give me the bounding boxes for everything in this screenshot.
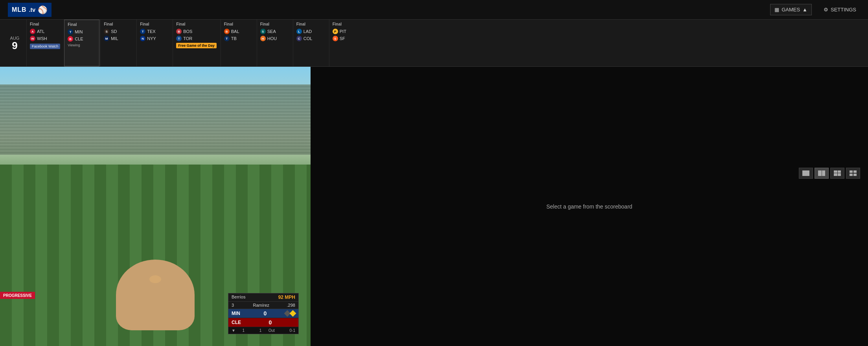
team-icon-atl: A (30, 29, 35, 34)
team-name-tex: TEX (147, 29, 169, 34)
team-row-mil: M MIL (104, 36, 132, 41)
game-sd-mil[interactable]: Final S SD M MIL (100, 20, 136, 66)
layout-quad-button[interactable] (830, 168, 844, 179)
stadium-seats (0, 84, 311, 155)
inning-arrow: ▼ (232, 328, 235, 333)
team-name-sd: SD (111, 29, 132, 34)
team-name-col: COL (303, 36, 325, 41)
game-status-min-cle: Final (68, 22, 96, 27)
team-name-bal: BAL (231, 29, 253, 34)
free-game-badge[interactable]: Free Game of the Day (176, 43, 217, 48)
settings-label: SETTINGS (831, 7, 856, 13)
games-arrow: ▲ (802, 7, 807, 13)
header-right: ▦ GAMES ▲ ⚙ SETTINGS (770, 4, 860, 15)
baseball-field: BLASTER CRAFTSMAN KeyBank O+ FirstEnergy… (0, 67, 311, 346)
game-atl-wsh[interactable]: Final A ATL W WSH Facebook Watch (26, 20, 63, 66)
team-icon-sf: S (333, 36, 338, 41)
team-icon-cle: B (68, 36, 73, 42)
scorebox: Berríos 92 MPH 3 Ramírez .298 MIN 0 (228, 293, 299, 334)
game-status-pit-sf: Final (333, 22, 361, 26)
logo-area: MLB .tv ⚾ (8, 3, 51, 17)
game-bal-tb[interactable]: Final B BAL T TB (221, 20, 256, 66)
game-status-sd-mil: Final (104, 22, 132, 26)
pitcher-mound (149, 275, 161, 283)
date-day: 9 (12, 40, 17, 51)
scorebox-teams: MIN 0 CLE 0 (228, 309, 298, 327)
team-icon-lad: L (296, 29, 302, 34)
outs-count: 1 (259, 328, 262, 333)
svg-rect-1 (853, 170, 857, 173)
team-icon-sea: S (260, 29, 266, 34)
right-panel: Select a game from the scoreboard (311, 67, 868, 346)
game-min-cle[interactable]: Final T MIN B CLE Viewing (64, 20, 99, 66)
batter-avg: .298 (287, 303, 295, 308)
out-label: Out (268, 328, 275, 333)
team-row-sf: S SF (333, 36, 361, 41)
settings-button[interactable]: ⚙ SETTINGS (820, 4, 860, 15)
infield-dirt (116, 260, 195, 330)
team-row-lad: L LAD (296, 29, 325, 34)
team-row-sd: S SD (104, 29, 132, 34)
svg-rect-2 (850, 174, 853, 176)
logo-text: MLB (12, 6, 27, 13)
svg-rect-3 (853, 174, 857, 176)
layout-single-button[interactable] (799, 168, 813, 179)
layout-half-button[interactable] (815, 168, 829, 179)
scorebox-pitcher-row: Berríos 92 MPH (228, 293, 298, 302)
gear-icon: ⚙ (824, 7, 828, 13)
team-row-bal: B BAL (224, 29, 253, 34)
team-icon-col: C (296, 36, 302, 41)
team-row-min: T MIN (68, 29, 96, 35)
team-icon-tex: T (140, 29, 145, 34)
pitcher-name: Berríos (232, 295, 245, 300)
team-name-min: MIN (75, 29, 96, 34)
batter-number: 3 (232, 303, 234, 308)
team-icon-pit: P (333, 29, 338, 34)
team-row-cle: B CLE (68, 36, 96, 42)
team-name-cle: CLE (75, 37, 96, 41)
svg-rect-0 (850, 170, 853, 173)
game-tex-nyy[interactable]: Final T TEX N NYY (136, 20, 172, 66)
progressive-text: PROGRESSIVE (3, 293, 32, 298)
baseball-icon: ⚾ (38, 5, 48, 15)
video-panel[interactable]: BLASTER CRAFTSMAN KeyBank O+ FirstEnergy… (0, 67, 311, 346)
main-content: BLASTER CRAFTSMAN KeyBank O+ FirstEnergy… (0, 67, 868, 346)
facebook-watch-badge[interactable]: Facebook Watch (30, 44, 60, 49)
logo-suffix: .tv (29, 7, 35, 13)
scorebox-batter-row: 3 Ramírez .298 (228, 302, 298, 309)
game-status-bos-tor: Final (176, 22, 217, 26)
team-name-atl: ATL (37, 29, 60, 34)
team-icon-nyy: N (140, 36, 145, 41)
scoreboard: Aug 9 Final A ATL W WSH Facebook Watch F… (0, 20, 868, 67)
team-icon-bos: B (176, 29, 182, 34)
inning-number: 1 (242, 328, 245, 333)
games-button[interactable]: ▦ GAMES ▲ (770, 4, 812, 15)
game-lad-col[interactable]: Final L LAD C COL (293, 20, 328, 66)
layout-eight-button[interactable] (846, 168, 860, 179)
mlb-logo[interactable]: MLB .tv ⚾ (8, 3, 51, 17)
game-bos-tor[interactable]: Final B BOS T TOR Free Game of the Day (173, 20, 220, 66)
team-row-bos: B BOS (176, 29, 217, 34)
team-icon-tb: T (224, 36, 230, 41)
team-name-tb: TB (231, 36, 253, 41)
games-label: GAMES (782, 7, 800, 13)
team-name-sf: SF (340, 36, 361, 41)
pitch-count: 0-1 (290, 328, 295, 333)
base-diamond-1 (285, 311, 295, 316)
game-pit-sf[interactable]: Final P PIT S SF (329, 20, 364, 66)
team-row-atl: A ATL (30, 29, 60, 34)
team-row-tb: T TB (224, 36, 253, 41)
infield (86, 220, 224, 346)
game-sea-hou[interactable]: Final S SEA H HOU (257, 20, 292, 66)
cle-score: 0 (245, 319, 295, 326)
team-name-tor: TOR (183, 36, 217, 41)
team-row-nyy: N NYY (140, 36, 169, 41)
team-icon-wsh: W (30, 36, 35, 41)
video-placeholder: BLASTER CRAFTSMAN KeyBank O+ FirstEnergy… (0, 67, 311, 346)
min-score: 0 (245, 310, 285, 317)
min-team-name: MIN (232, 311, 245, 316)
team-row-col: C COL (296, 36, 325, 41)
base-1b (290, 310, 296, 317)
team-name-lad: LAD (303, 29, 325, 34)
team-name-sea: SEA (267, 29, 289, 34)
